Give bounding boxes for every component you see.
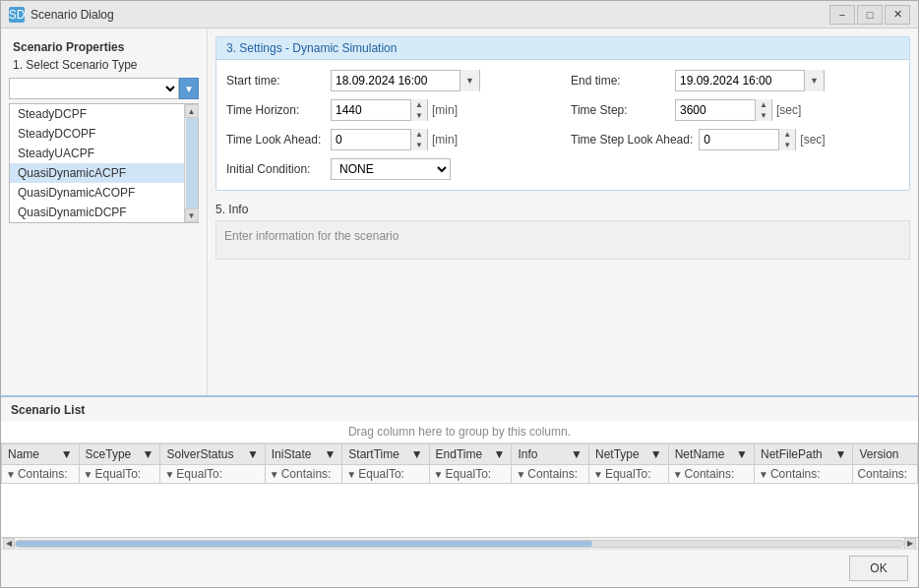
left-panel: Scenario Properties 1. Select Scenario T… — [1, 29, 208, 395]
filter-version: Contains: — [853, 465, 918, 484]
ok-button[interactable]: OK — [849, 556, 908, 581]
start-time-input[interactable] — [332, 71, 460, 90]
minimize-button[interactable]: − — [829, 5, 855, 25]
filter-funnel-icon-nettype[interactable]: ▼ — [593, 469, 603, 480]
end-time-label: End time: — [571, 74, 669, 88]
bottom-panel: Scenario List Drag column here to group … — [1, 395, 918, 587]
window-icon: SD — [9, 7, 25, 23]
filter-inistate: ▼ Contains: — [265, 465, 342, 484]
chevron-down-icon: ▼ — [571, 447, 582, 461]
end-time-input-group: ▼ — [675, 70, 825, 91]
time-look-ahead-down-button[interactable]: ▼ — [411, 140, 427, 150]
filter-solverstatus: ▼ EqualTo: — [160, 465, 265, 484]
close-button[interactable]: ✕ — [885, 5, 910, 25]
list-item-steadydcpf[interactable]: SteadyDCPF — [10, 104, 184, 124]
time-horizon-up-button[interactable]: ▲ — [411, 99, 427, 110]
col-header-solverstatus[interactable]: SolverStatus ▼ — [160, 444, 265, 465]
filter-funnel-icon-info[interactable]: ▼ — [516, 469, 525, 480]
time-look-ahead-label: Time Look Ahead: — [226, 133, 325, 147]
scroll-right-button[interactable]: ▶ — [904, 538, 916, 550]
filter-funnel-icon-netname[interactable]: ▼ — [673, 469, 683, 480]
scenario-dropdown-row: ▼ — [1, 78, 207, 103]
time-step-look-ahead-up-button[interactable]: ▲ — [779, 129, 795, 140]
scenario-listbox-wrapper: SteadyDCPF SteadyDCOPF SteadyUACPF Quasi… — [9, 103, 199, 223]
time-step-up-button[interactable]: ▲ — [756, 99, 771, 110]
col-header-nettype[interactable]: NetType ▼ — [588, 444, 668, 465]
dropdown-open-button[interactable]: ▼ — [179, 78, 199, 99]
initial-condition-row: Initial Condition: NONE — [226, 158, 555, 180]
chevron-down-icon: ▼ — [143, 447, 154, 461]
scroll-thumb[interactable] — [16, 541, 592, 547]
window-title: Scenario Dialog — [31, 8, 114, 22]
scenario-type-dropdown[interactable] — [9, 78, 179, 99]
list-item-quasidynamicacopf[interactable]: QuasiDynamicACOPF — [10, 183, 184, 203]
filter-starttime: ▼ EqualTo: — [342, 465, 429, 484]
right-panel: 3. Settings - Dynamic Simulation Start t… — [208, 29, 918, 395]
time-step-input[interactable] — [676, 100, 755, 120]
filter-funnel-icon-starttime[interactable]: ▼ — [346, 469, 356, 480]
time-look-ahead-up-button[interactable]: ▲ — [411, 129, 427, 140]
info-section: 5. Info Enter information for the scenar… — [215, 203, 910, 260]
time-step-row: Time Step: ▲ ▼ [sec] — [571, 99, 899, 121]
filter-endtime: ▼ EqualTo: — [429, 465, 512, 484]
filter-funnel-icon-name[interactable]: ▼ — [6, 469, 16, 480]
info-text-box[interactable]: Enter information for the scenario — [215, 220, 910, 260]
scenario-table-container: Name ▼ SceType ▼ SolverS — [1, 443, 918, 537]
scenario-listbox: SteadyDCPF SteadyDCOPF SteadyUACPF Quasi… — [10, 104, 184, 222]
list-item-quasidynamicdcpf[interactable]: QuasiDynamicDCPF — [10, 203, 184, 222]
time-step-look-ahead-input-group: ▲ ▼ [sec] — [699, 129, 834, 150]
list-item-quasidynamicacpf[interactable]: QuasiDynamicACPF — [10, 163, 184, 183]
col-header-starttime[interactable]: StartTime ▼ — [342, 444, 429, 465]
maximize-button[interactable]: □ — [857, 5, 883, 25]
time-look-ahead-row: Time Look Ahead: ▲ ▼ [min] — [226, 129, 555, 150]
scenario-list-header: Scenario List — [1, 397, 918, 421]
scrollbar-thumb[interactable] — [186, 118, 198, 208]
time-step-down-button[interactable]: ▼ — [756, 110, 771, 121]
chevron-down-icon: ▼ — [247, 447, 259, 461]
time-step-look-ahead-down-button[interactable]: ▼ — [779, 140, 795, 150]
col-header-scetype[interactable]: SceType ▼ — [79, 444, 160, 465]
col-header-inistate[interactable]: IniState ▼ — [265, 444, 342, 465]
filter-nettype: ▼ EqualTo: — [588, 465, 668, 484]
filter-scetype: ▼ EqualTo: — [79, 465, 160, 484]
chevron-down-icon: ▼ — [835, 447, 847, 461]
time-horizon-down-button[interactable]: ▼ — [411, 110, 427, 121]
scroll-left-button[interactable]: ◀ — [3, 538, 15, 550]
settings-section-header: 3. Settings - Dynamic Simulation — [216, 37, 909, 60]
time-step-input-group: ▲ ▼ [sec] — [675, 99, 811, 121]
filter-funnel-icon-scetype[interactable]: ▼ — [84, 469, 93, 480]
time-step-look-ahead-unit: [sec] — [800, 133, 834, 147]
chevron-down-icon: ▼ — [650, 447, 662, 461]
time-horizon-input[interactable] — [332, 100, 410, 120]
time-step-look-ahead-input[interactable] — [700, 130, 778, 149]
scenario-properties-header: Scenario Properties — [1, 36, 207, 56]
list-item-steadydcopf[interactable]: SteadyDCOPF — [10, 124, 184, 144]
col-header-info[interactable]: Info ▼ — [512, 444, 589, 465]
time-horizon-spinbox-buttons: ▲ ▼ — [410, 99, 427, 121]
table-header-row: Name ▼ SceType ▼ SolverS — [2, 444, 918, 465]
filter-funnel-icon-solverstatus[interactable]: ▼ — [164, 469, 174, 480]
scrollbar-up-button[interactable]: ▲ — [185, 104, 199, 118]
col-header-version[interactable]: Version — [853, 444, 918, 465]
end-time-dropdown-button[interactable]: ▼ — [804, 70, 824, 91]
filter-funnel-icon-endtime[interactable]: ▼ — [434, 469, 444, 480]
initial-condition-select[interactable]: NONE — [332, 158, 450, 180]
start-time-label: Start time: — [226, 74, 325, 88]
col-header-name[interactable]: Name ▼ — [2, 444, 80, 465]
filter-funnel-icon-netfilepath[interactable]: ▼ — [759, 469, 768, 480]
title-bar-buttons: − □ ✕ — [829, 5, 910, 25]
scrollbar-down-button[interactable]: ▼ — [185, 208, 199, 222]
horizontal-scrollbar: ◀ ▶ — [1, 537, 918, 549]
filter-funnel-icon-inistate[interactable]: ▼ — [270, 469, 279, 480]
time-horizon-unit: [min] — [432, 103, 466, 117]
end-time-input[interactable] — [676, 71, 804, 90]
time-look-ahead-input[interactable] — [332, 130, 410, 149]
scroll-track — [15, 540, 904, 548]
time-horizon-label: Time Horizon: — [226, 103, 325, 117]
settings-form-grid: Start time: ▼ End time: ▼ — [226, 70, 899, 180]
list-item-steadyuacpf[interactable]: SteadyUACPF — [10, 144, 184, 163]
col-header-netfilepath[interactable]: NetFilePath ▼ — [754, 444, 852, 465]
col-header-netname[interactable]: NetName ▼ — [668, 444, 754, 465]
start-time-dropdown-button[interactable]: ▼ — [460, 70, 479, 91]
col-header-endtime[interactable]: EndTime ▼ — [429, 444, 512, 465]
